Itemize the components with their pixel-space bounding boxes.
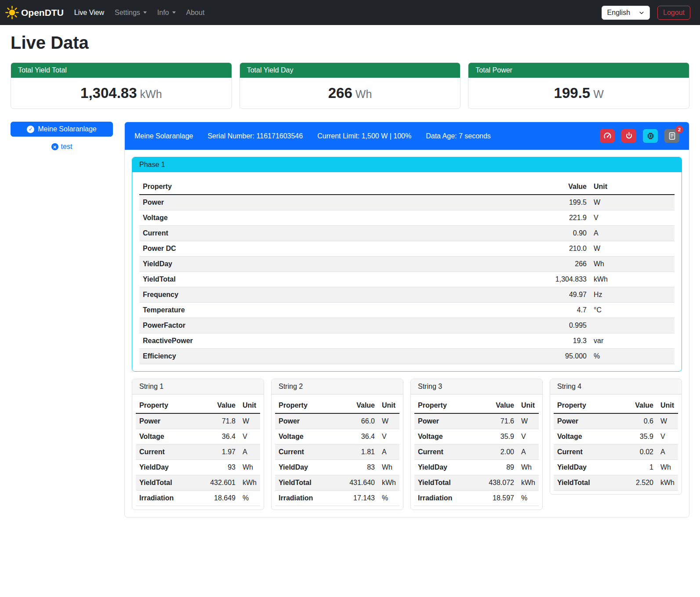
chevron-down-icon bbox=[143, 11, 147, 14]
table-row: Voltage 221.9 V bbox=[139, 210, 675, 226]
row-value: 35.9 bbox=[472, 429, 518, 445]
summary-card-unit: Wh bbox=[355, 88, 372, 100]
row-value: 18.649 bbox=[194, 491, 239, 506]
col-property: Property bbox=[139, 179, 409, 195]
nav-info-label: Info bbox=[157, 9, 169, 17]
col-unit: Unit bbox=[518, 398, 539, 413]
row-value: 4.7 bbox=[409, 303, 590, 318]
x-circle-icon: × bbox=[51, 143, 58, 150]
table-row: YieldDay 1 Wh bbox=[554, 460, 678, 475]
col-property: Property bbox=[275, 398, 333, 413]
row-value: 36.4 bbox=[194, 429, 239, 445]
nav-settings-label: Settings bbox=[115, 9, 140, 17]
top-navbar: OpenDTU Live View Settings Info About En… bbox=[0, 0, 700, 25]
row-unit: W bbox=[657, 413, 678, 429]
nav-info[interactable]: Info bbox=[152, 5, 181, 20]
inverter-select-label: Meine Solaranlage bbox=[38, 125, 96, 133]
row-property: Power bbox=[136, 413, 194, 429]
row-unit: V bbox=[657, 429, 678, 445]
device-info-button[interactable] bbox=[643, 129, 658, 143]
summary-card-title: Total Power bbox=[468, 63, 689, 78]
inverter-current-limit: Current Limit: 1,500 W | 100% bbox=[317, 132, 411, 140]
row-unit: kWh bbox=[239, 475, 260, 491]
row-unit: V bbox=[239, 429, 260, 445]
table-row: Voltage 36.4 V bbox=[275, 429, 399, 445]
page-content: Live Data Total Yield Total 1,304.83kWh … bbox=[0, 25, 700, 528]
power-button[interactable] bbox=[621, 129, 636, 143]
power-icon bbox=[625, 132, 633, 140]
limit-settings-button[interactable] bbox=[600, 129, 615, 143]
row-unit: kWh bbox=[518, 475, 539, 491]
row-unit: % bbox=[590, 349, 675, 364]
row-unit bbox=[590, 318, 675, 333]
col-value: Value bbox=[194, 398, 239, 413]
row-value: 432.601 bbox=[194, 475, 239, 491]
col-unit: Unit bbox=[657, 398, 678, 413]
check-circle-icon: ✓ bbox=[27, 126, 34, 133]
summary-card-value: 199.5 bbox=[554, 85, 591, 101]
table-row: Voltage 36.4 V bbox=[136, 429, 260, 445]
nav-settings[interactable]: Settings bbox=[109, 5, 152, 20]
string-card-2: String 2 Property Value Unit bbox=[271, 379, 403, 510]
summary-card-total-power: Total Power 199.5W bbox=[468, 62, 689, 109]
row-property: YieldDay bbox=[554, 460, 617, 475]
row-value: 0.995 bbox=[409, 318, 590, 333]
nav-about[interactable]: About bbox=[181, 5, 210, 20]
language-select[interactable]: English bbox=[602, 6, 650, 20]
table-row: Voltage 35.9 V bbox=[554, 429, 678, 445]
col-property: Property bbox=[136, 398, 194, 413]
row-property: Power DC bbox=[139, 241, 409, 257]
table-row: Current 1.97 A bbox=[136, 445, 260, 460]
language-select-value: English bbox=[607, 9, 630, 17]
row-value: 1.97 bbox=[194, 445, 239, 460]
string-card-4: String 4 Property Value Unit bbox=[550, 379, 682, 495]
inverter-select-button[interactable]: ✓ Meine Solaranlage bbox=[11, 122, 113, 137]
row-property: YieldDay bbox=[275, 460, 333, 475]
row-property: YieldTotal bbox=[136, 475, 194, 491]
row-value: 266 bbox=[409, 257, 590, 272]
inverter-name: Meine Solaranlage bbox=[134, 132, 193, 140]
row-value: 431.640 bbox=[333, 475, 378, 491]
row-value: 18.597 bbox=[472, 491, 518, 506]
row-value: 19.3 bbox=[409, 333, 590, 349]
brand-link[interactable]: OpenDTU bbox=[5, 6, 64, 19]
row-unit: A bbox=[657, 445, 678, 460]
row-value: 93 bbox=[194, 460, 239, 475]
string-card-1: String 1 Property Value Unit bbox=[132, 379, 264, 510]
row-unit: A bbox=[518, 445, 539, 460]
row-property: Current bbox=[136, 445, 194, 460]
table-row: Current 1.81 A bbox=[275, 445, 399, 460]
string-table: Property Value Unit Power bbox=[136, 398, 260, 506]
string-table: Property Value Unit Power bbox=[554, 398, 678, 491]
event-log-button[interactable]: 2 bbox=[664, 129, 679, 143]
table-row: ReactivePower 19.3 var bbox=[139, 333, 675, 349]
row-unit: Wh bbox=[239, 460, 260, 475]
row-value: 0.6 bbox=[617, 413, 657, 429]
inverter-card: Meine Solaranlage Serial Number: 1161716… bbox=[124, 122, 689, 517]
row-property: YieldTotal bbox=[414, 475, 472, 491]
row-unit: W bbox=[378, 413, 399, 429]
col-value: Value bbox=[472, 398, 518, 413]
event-count-badge: 2 bbox=[675, 126, 683, 134]
table-header-row: Property Value Unit bbox=[136, 398, 260, 413]
summary-card-value: 1,304.83 bbox=[80, 85, 137, 101]
phase-table-body: Power 199.5 W Voltage 221.9 V bbox=[139, 195, 675, 364]
table-row: YieldTotal 1,304.833 kWh bbox=[139, 272, 675, 287]
logout-button[interactable]: Logout bbox=[657, 6, 690, 20]
row-property: Efficiency bbox=[139, 349, 409, 364]
summary-card-yield-total: Total Yield Total 1,304.83kWh bbox=[11, 62, 232, 109]
row-property: Voltage bbox=[414, 429, 472, 445]
test-link[interactable]: × test bbox=[11, 143, 113, 151]
table-row: YieldDay 93 Wh bbox=[136, 460, 260, 475]
chevron-down-icon bbox=[172, 11, 176, 14]
journal-icon bbox=[668, 132, 676, 140]
col-value: Value bbox=[333, 398, 378, 413]
row-property: YieldDay bbox=[136, 460, 194, 475]
row-value: 2.520 bbox=[617, 475, 657, 491]
row-unit: kWh bbox=[657, 475, 678, 491]
nav-live-view[interactable]: Live View bbox=[69, 5, 109, 20]
row-property: YieldTotal bbox=[275, 475, 333, 491]
row-unit: Wh bbox=[657, 460, 678, 475]
table-header-row: Property Value Unit bbox=[554, 398, 678, 413]
row-unit: % bbox=[239, 491, 260, 506]
